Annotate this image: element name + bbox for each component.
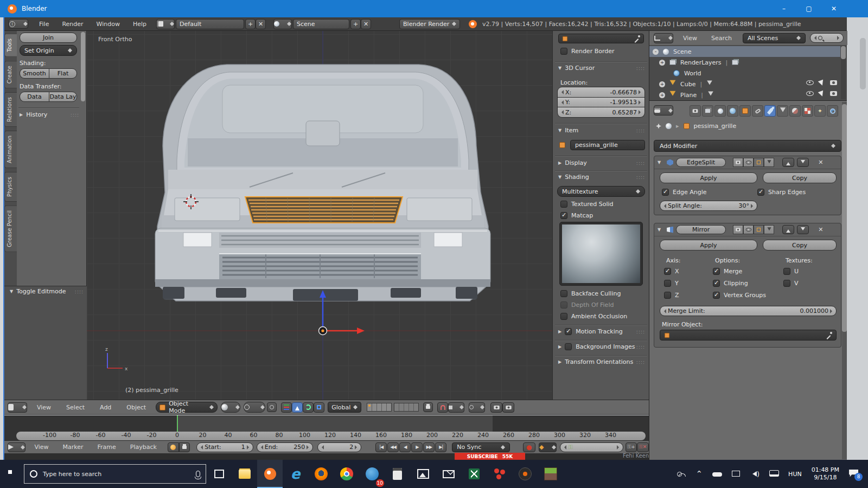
split-angle-slider[interactable]: Split Angle:30°	[660, 201, 757, 211]
timeline-menu-item[interactable]: Frame	[95, 444, 118, 451]
mirror-copy-button[interactable]: Copy	[763, 240, 837, 251]
snap-element-selector[interactable]	[448, 402, 464, 413]
outliner-row-scene[interactable]: - Scene	[649, 46, 840, 57]
screen-layout-selector[interactable]: Default	[176, 19, 244, 29]
red-dots-app-icon[interactable]	[487, 460, 512, 488]
modifier-view-toggle[interactable]	[743, 158, 754, 167]
edgesplit-copy-button[interactable]: Copy	[763, 172, 837, 183]
tab-physics[interactable]	[827, 105, 838, 117]
onedrive-cloud-icon[interactable]	[712, 470, 722, 478]
outliner-filter-selector[interactable]: All Scenes	[743, 33, 806, 43]
tab-texture[interactable]	[802, 105, 813, 117]
sharp-edges-checkbox[interactable]	[757, 189, 764, 196]
active-keying-set-field[interactable]: ⚿	[560, 442, 623, 452]
mirror-texture-v-checkbox[interactable]	[783, 280, 790, 287]
taskbar-search-box[interactable]: Type here to search	[24, 464, 206, 484]
blender-taskbar-icon[interactable]	[257, 460, 283, 488]
delete-layout-button[interactable]: ✕	[256, 19, 266, 29]
minimize-button[interactable]: –	[771, 0, 796, 17]
scene-icon-button[interactable]	[273, 19, 292, 29]
transport-button[interactable]: ◀◀	[387, 442, 399, 452]
pin-icon[interactable]	[656, 124, 661, 129]
render-border-checkbox[interactable]	[560, 48, 567, 55]
outliner-row-renderlayers[interactable]: + RenderLayers |	[649, 57, 840, 68]
frame-end-field[interactable]: End:250	[257, 442, 314, 452]
mirror-vertex-groups-checkbox[interactable]	[713, 292, 720, 299]
modifier-move-down-button[interactable]	[797, 225, 809, 234]
current-frame-field[interactable]: 2	[317, 442, 361, 452]
close-button[interactable]: ✕	[821, 0, 846, 17]
modifier-editmode-toggle[interactable]	[754, 225, 764, 234]
tool-shelf-tab[interactable]: Grease Pencil	[4, 206, 17, 252]
cursor-x-field[interactable]: X:-0.66678	[557, 87, 645, 97]
mirror-texture-u-checkbox[interactable]	[783, 268, 790, 275]
mirror-axis-z-checkbox[interactable]	[664, 292, 671, 299]
info-menu-item[interactable]: Render	[60, 21, 85, 28]
outliner-search-menu[interactable]: Search	[709, 35, 734, 42]
viewport-editor-type-selector[interactable]	[8, 402, 27, 413]
set-origin-menu[interactable]: Set Origin	[20, 45, 77, 56]
data-layout-button[interactable]: Data Lay	[49, 92, 77, 102]
editor-type-selector[interactable]: i	[9, 19, 28, 29]
background-images-checkbox[interactable]	[565, 343, 572, 350]
tool-shelf-tab[interactable]: Create	[4, 61, 17, 88]
expand-icon[interactable]: +	[659, 92, 665, 98]
transport-button[interactable]: ▶|	[435, 442, 446, 452]
calculator-icon[interactable]	[385, 460, 410, 488]
properties-scrollbar[interactable]	[842, 102, 847, 459]
visibility-eye-icon[interactable]	[806, 80, 814, 85]
screen-layout-icon-button[interactable]	[156, 19, 175, 29]
transform-orientations-panel-header[interactable]: ▶Transform Orientations::::	[558, 358, 645, 365]
task-view-button[interactable]	[206, 460, 232, 488]
history-panel-header[interactable]: ▶History::::	[20, 111, 79, 118]
mail-icon[interactable]	[436, 460, 461, 488]
properties-editor-type-selector[interactable]	[654, 105, 673, 115]
pivot-center-points-toggle[interactable]	[267, 402, 277, 412]
join-button[interactable]: Join	[20, 33, 77, 43]
mirror-axis-y-checkbox[interactable]	[664, 280, 671, 287]
textured-solid-checkbox[interactable]	[560, 201, 567, 208]
tab-modifiers[interactable]	[764, 105, 776, 117]
target-app-icon[interactable]	[512, 460, 538, 488]
mirror-object-field[interactable]	[660, 330, 837, 341]
volume-icon[interactable]: )	[750, 470, 760, 478]
tab-constraints[interactable]	[752, 105, 763, 117]
modifier-move-up-button[interactable]	[782, 225, 794, 234]
matcap-checkbox[interactable]	[560, 212, 567, 219]
delete-keyframe-icon[interactable]: ⚿✕	[637, 442, 649, 452]
background-images-panel-header[interactable]: ▶Background Images::::	[558, 343, 645, 350]
ambient-occlusion-checkbox[interactable]	[560, 313, 567, 320]
tab-render[interactable]	[690, 105, 701, 117]
renderability-camera-icon[interactable]	[830, 91, 837, 96]
transport-button[interactable]: ▶▶	[423, 442, 435, 452]
tab-scene[interactable]	[714, 105, 726, 117]
thunderbird-icon[interactable]: 10	[359, 460, 385, 488]
render-opengl-anim-icon[interactable]	[502, 402, 514, 413]
transform-orientation-selector[interactable]: Global	[328, 402, 361, 413]
cursor-z-field[interactable]: Z:0.65287	[557, 107, 645, 118]
tab-object-data[interactable]	[777, 105, 788, 117]
viewport-menu-item[interactable]: Add	[98, 404, 113, 411]
modifier-cage-toggle[interactable]	[764, 158, 774, 167]
expand-icon[interactable]: ▼	[658, 160, 661, 165]
merge-limit-slider[interactable]: Merge Limit:0.001000	[660, 306, 837, 316]
ime-keyboard-icon[interactable]	[769, 470, 779, 478]
scene-selector[interactable]: Scene	[293, 19, 349, 29]
mirror-axis-x-checkbox[interactable]	[664, 268, 671, 275]
outliner-search-field[interactable]	[810, 33, 844, 43]
viewport-menu-item[interactable]: Select	[64, 404, 87, 411]
chrome-icon[interactable]	[334, 460, 359, 488]
tray-chevron-up-icon[interactable]: ⌃	[695, 469, 703, 479]
action-center-icon[interactable]: 8	[849, 470, 858, 479]
object-color-field[interactable]	[558, 34, 644, 43]
item-panel-header[interactable]: ▼Item::::	[558, 127, 645, 134]
background-scrollbar[interactable]	[860, 38, 866, 89]
cursor-y-field[interactable]: Y:-1.99513	[557, 97, 645, 107]
manipulator-scale-toggle[interactable]	[314, 402, 324, 413]
info-menu-item[interactable]: File	[37, 21, 51, 28]
render-engine-selector[interactable]: Blender Render	[399, 19, 460, 29]
3d-viewport[interactable]: x z Front Ortho (2) pessima_grille	[87, 31, 552, 400]
shade-smooth-button[interactable]: Smooth	[20, 68, 49, 79]
add-scene-button[interactable]: +	[350, 19, 361, 29]
backface-culling-checkbox[interactable]	[560, 290, 567, 297]
